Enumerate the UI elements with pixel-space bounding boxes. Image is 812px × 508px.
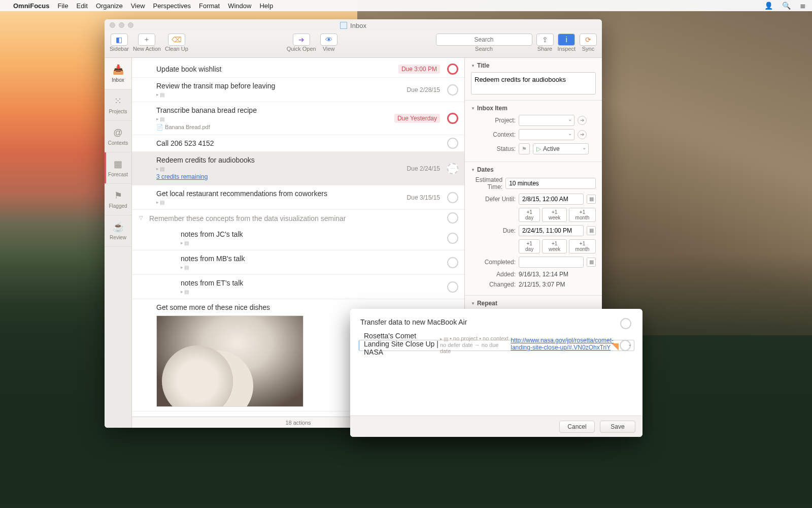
due-plus-day[interactable]: +1 day bbox=[519, 239, 540, 253]
note-icon[interactable] bbox=[156, 116, 164, 122]
task-link[interactable]: http://www.nasa.gov/jpl/rosetta/comet-la… bbox=[511, 337, 614, 351]
due-plus-month[interactable]: +1 month bbox=[569, 239, 596, 253]
note-icon[interactable] bbox=[181, 289, 189, 295]
menu-window[interactable]: Window bbox=[228, 2, 251, 10]
inspector-added-value: 9/16/13, 12:14 PM bbox=[519, 271, 596, 278]
toolbar-clean-up[interactable]: ⌫Clean Up bbox=[165, 34, 188, 52]
note-icon[interactable] bbox=[440, 336, 448, 342]
inspector-status-select[interactable]: ▷Active bbox=[533, 143, 589, 154]
sidebar-item-review[interactable]: ☕Review bbox=[105, 215, 131, 247]
traffic-lights[interactable] bbox=[110, 22, 133, 28]
inspector-section-repeat[interactable]: Repeat bbox=[471, 300, 596, 307]
task-status-circle[interactable] bbox=[620, 318, 631, 329]
search-input[interactable] bbox=[436, 34, 532, 46]
inspector-estimated-field[interactable] bbox=[505, 178, 596, 189]
task-status-circle[interactable] bbox=[447, 192, 458, 203]
task-status-circle[interactable] bbox=[447, 138, 458, 149]
task-attachment-image[interactable] bbox=[156, 315, 303, 407]
menu-help[interactable]: Help bbox=[259, 2, 273, 10]
save-button[interactable]: Save bbox=[600, 421, 635, 433]
toolbar-search[interactable]: Search bbox=[436, 34, 532, 52]
inspector-due-field[interactable] bbox=[519, 225, 584, 236]
calendar-icon[interactable]: ▦ bbox=[587, 258, 596, 267]
menu-view[interactable]: View bbox=[131, 2, 145, 10]
task-status-circle[interactable] bbox=[447, 64, 458, 75]
calendar-icon[interactable]: ▦ bbox=[587, 195, 596, 204]
perspective-sidebar: 📥Inbox ⁙Projects @Contexts ▦Forecast ⚑Fl… bbox=[105, 58, 132, 428]
defer-plus-month[interactable]: +1 month bbox=[569, 208, 596, 222]
task-row[interactable]: Update book wishlistDue 3:00 PM bbox=[132, 61, 464, 78]
task-row[interactable]: notes from JC's talk bbox=[132, 226, 464, 250]
task-status-circle[interactable] bbox=[447, 212, 458, 224]
goto-project-icon[interactable]: ➔ bbox=[578, 116, 587, 125]
inspector-section-item[interactable]: Inbox Item bbox=[471, 105, 596, 112]
toolbar-sidebar[interactable]: ◧Sidebar bbox=[110, 34, 129, 52]
goto-context-icon[interactable]: ➔ bbox=[578, 130, 587, 139]
task-row[interactable]: Redeem credits for audiobooks3 credits r… bbox=[132, 152, 464, 185]
inspector-flag-toggle[interactable]: ⚑ bbox=[519, 143, 530, 154]
note-icon[interactable] bbox=[181, 265, 189, 270]
disclosure-icon[interactable]: ▽ bbox=[139, 215, 143, 220]
inspector-context-select[interactable] bbox=[519, 129, 574, 140]
task-row[interactable]: notes from ET's talk bbox=[132, 275, 464, 299]
toolbar-sync[interactable]: ⟳Sync bbox=[580, 34, 597, 52]
note-icon[interactable] bbox=[156, 200, 164, 205]
note-icon[interactable] bbox=[156, 92, 164, 98]
menu-format[interactable]: Format bbox=[199, 2, 220, 10]
user-icon[interactable]: 👤 bbox=[764, 2, 773, 10]
quick-entry-row[interactable]: Rosetta's Comet Landing Site Close Up | … bbox=[358, 340, 634, 351]
menu-file[interactable]: File bbox=[58, 2, 69, 10]
task-row[interactable]: Call 206 523 4152 bbox=[132, 135, 464, 152]
task-row[interactable]: Get local restaurant recommendations fro… bbox=[132, 185, 464, 210]
task-due: Due 3/15/15 bbox=[407, 194, 440, 201]
task-status-circle[interactable] bbox=[447, 257, 458, 268]
task-row[interactable]: Transcribe banana bread recipe📄 Banana B… bbox=[132, 102, 464, 135]
toolbar-inspect[interactable]: iInspect bbox=[558, 34, 576, 52]
note-icon[interactable] bbox=[181, 240, 189, 246]
app-name[interactable]: OmniFocus bbox=[13, 2, 50, 10]
sidebar-item-forecast[interactable]: ▦Forecast bbox=[105, 152, 131, 184]
toolbar-quick-open[interactable]: ➜Quick Open bbox=[287, 34, 316, 52]
forecast-icon: ▦ bbox=[114, 158, 122, 170]
inspector-section-dates[interactable]: Dates bbox=[471, 166, 596, 173]
spotlight-icon[interactable]: 🔍 bbox=[782, 2, 791, 10]
inspector-defer-field[interactable] bbox=[519, 194, 584, 205]
note-icon[interactable] bbox=[156, 166, 164, 172]
toolbar-share[interactable]: ⇪Share bbox=[536, 34, 554, 52]
task-status-circle[interactable] bbox=[447, 233, 458, 244]
calendar-icon[interactable]: ▦ bbox=[587, 226, 596, 235]
sidebar-item-contexts[interactable]: @Contexts bbox=[105, 121, 131, 152]
task-status-circle[interactable] bbox=[447, 113, 458, 124]
toolbar-view[interactable]: 👁View bbox=[320, 34, 337, 52]
inspector-project-select[interactable] bbox=[519, 115, 574, 126]
cancel-button[interactable]: Cancel bbox=[559, 421, 595, 433]
inspector-section-title[interactable]: Title bbox=[471, 62, 596, 69]
task-row[interactable]: Review the transit map before leavingDue… bbox=[132, 78, 464, 102]
task-status-circle[interactable] bbox=[620, 340, 631, 351]
inspector-completed-field[interactable] bbox=[519, 257, 584, 268]
task-row[interactable]: notes from MB's talk bbox=[132, 250, 464, 275]
contexts-icon: @ bbox=[113, 128, 122, 138]
defer-plus-week[interactable]: +1 week bbox=[542, 208, 567, 222]
sidebar-item-flagged[interactable]: ⚑Flagged bbox=[105, 184, 131, 215]
menu-organize[interactable]: Organize bbox=[96, 2, 123, 10]
task-group-header[interactable]: ▽Remember these concepts from the data v… bbox=[132, 210, 464, 226]
task-link[interactable]: 3 credits remaining bbox=[156, 173, 208, 180]
menu-perspectives[interactable]: Perspectives bbox=[153, 2, 191, 10]
quick-entry-row[interactable]: Transfer data to new MacBook Air bbox=[358, 316, 634, 331]
mac-menubar: OmniFocus File Edit Organize View Perspe… bbox=[0, 0, 812, 11]
due-plus-week[interactable]: +1 week bbox=[542, 239, 567, 253]
quick-entry-panel: Transfer data to new MacBook AirRosetta'… bbox=[350, 309, 642, 437]
toolbar-new-action[interactable]: ＋New Action bbox=[133, 34, 161, 52]
task-status-circle[interactable] bbox=[447, 281, 458, 293]
task-attachment[interactable]: 📄 Banana Bread.pdf bbox=[156, 124, 458, 131]
task-status-circle[interactable]: ⋯ bbox=[447, 163, 458, 174]
task-status-circle[interactable] bbox=[447, 84, 458, 96]
inspector-title-field[interactable] bbox=[471, 72, 596, 94]
sidebar-item-projects[interactable]: ⁙Projects bbox=[105, 89, 131, 121]
sidebar-item-inbox[interactable]: 📥Inbox bbox=[105, 58, 131, 89]
menu-edit[interactable]: Edit bbox=[76, 2, 87, 10]
defer-plus-day[interactable]: +1 day bbox=[519, 208, 540, 222]
task-due: Due 3:00 PM bbox=[398, 65, 440, 74]
notifications-icon[interactable]: ≣ bbox=[800, 2, 806, 10]
